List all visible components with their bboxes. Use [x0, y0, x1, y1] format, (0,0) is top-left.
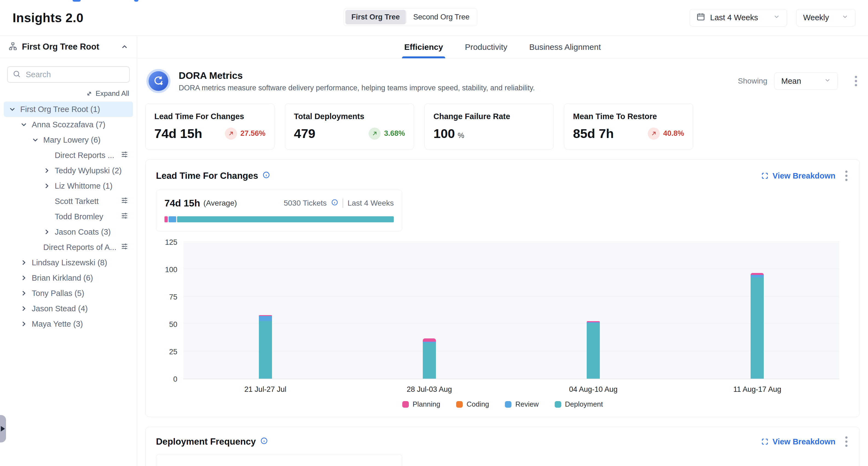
tree-item-label: Brian Kirkland (6) — [32, 273, 93, 283]
tree-item-label: Todd Bromley — [55, 212, 103, 221]
chevron-right-icon[interactable] — [43, 182, 51, 190]
legend-item-deployment[interactable]: Deployment — [555, 400, 603, 408]
chevron-right-icon[interactable] — [20, 320, 28, 328]
lead-time-panel: Lead Time For Changes View Breakdown — [145, 159, 860, 417]
view-breakdown-link[interactable]: View Breakdown — [761, 171, 835, 180]
section-tabs: Efficiency Productivity Business Alignme… — [137, 36, 868, 59]
chevron-right-icon[interactable] — [43, 167, 51, 175]
metric-card-lead-time: Lead Time For Changes 74d 15h 27.56% — [145, 104, 275, 149]
gridline — [183, 324, 839, 324]
stacked-bar[interactable] — [587, 242, 600, 379]
expand-all-button[interactable]: Expand All — [0, 84, 137, 101]
tree-search[interactable] — [7, 66, 130, 83]
metric-delta-value: 40.8% — [663, 129, 684, 138]
tree-item[interactable]: Direct Reports of A... — [4, 239, 133, 255]
filter-settings-icon[interactable] — [120, 196, 129, 206]
filter-settings-icon[interactable] — [120, 150, 129, 161]
tree-item-label: Liz Whittome (1) — [55, 181, 113, 191]
y-tick-label: 0 — [173, 375, 177, 384]
sidebar-collapse-handle[interactable] — [0, 415, 6, 442]
dora-metrics-icon — [146, 69, 170, 93]
tree-item[interactable]: Lindsay Liszewski (8) — [4, 255, 133, 270]
stacked-bar[interactable] — [751, 242, 764, 379]
trend-up-icon — [648, 127, 660, 140]
tab-efficiency[interactable]: Efficiency — [402, 36, 445, 58]
filter-settings-icon[interactable] — [120, 212, 129, 222]
tab-productivity[interactable]: Productivity — [463, 36, 509, 58]
summary-tickets: 5030 Tickets — [284, 199, 327, 207]
view-breakdown-link[interactable]: View Breakdown — [761, 437, 835, 446]
chevron-down-icon — [824, 77, 831, 86]
org-tab-first[interactable]: First Org Tree — [345, 10, 406, 24]
sidebar-header: First Org Tree Root — [0, 36, 137, 58]
x-axis-labels: 21 Jul-27 Jul28 Jul-03 Aug04 Aug-10 Aug1… — [183, 385, 839, 394]
tree-item[interactable]: Maya Yette (3) — [4, 316, 133, 331]
chevron-right-icon[interactable] — [43, 228, 51, 236]
metric-title: Lead Time For Changes — [154, 112, 266, 121]
tree-item-label: Direct Reports ... — [55, 151, 114, 160]
tree-item-label: Anna Scozzafava (7) — [32, 120, 105, 129]
showing-label: Showing — [738, 77, 767, 85]
date-range-select[interactable]: Last 4 Weeks — [690, 9, 787, 27]
tree-item[interactable]: Jason Coats (3) — [4, 224, 133, 239]
search-input[interactable] — [25, 70, 124, 79]
tree-item-label: Jason Stead (4) — [32, 304, 88, 313]
info-icon[interactable] — [331, 199, 338, 208]
tree-item[interactable]: Brian Kirkland (6) — [4, 270, 133, 286]
expand-all-icon — [86, 90, 93, 97]
chevron-right-icon[interactable] — [20, 259, 28, 267]
tree-item-label: Maya Yette (3) — [32, 320, 83, 328]
tree-item[interactable]: Jason Stead (4) — [4, 301, 133, 316]
gridline — [183, 269, 839, 269]
distribution-segment-deployment — [177, 216, 394, 222]
tree-item[interactable]: Liz Whittome (1) — [4, 178, 133, 194]
deployment-kebab-menu[interactable] — [844, 435, 849, 448]
chevron-right-icon[interactable] — [20, 289, 28, 297]
legend-item-coding[interactable]: Coding — [456, 400, 489, 408]
collapse-panel-chevron-icon[interactable] — [120, 43, 129, 51]
chevron-right-icon[interactable] — [20, 304, 28, 313]
trend-up-icon — [225, 127, 237, 140]
expand-all-label: Expand All — [95, 89, 129, 98]
chevron-right-icon[interactable] — [20, 274, 28, 282]
deployment-summary-card — [156, 454, 402, 466]
tree-item[interactable]: Teddy Wylupski (2) — [4, 163, 133, 178]
org-tab-second[interactable]: Second Org Tree — [407, 10, 475, 24]
filter-settings-icon[interactable] — [120, 242, 129, 253]
chevron-down-icon[interactable] — [20, 120, 28, 129]
dora-kebab-menu[interactable] — [853, 74, 859, 88]
tree-item-label: Jason Coats (3) — [55, 228, 111, 237]
info-icon[interactable] — [262, 171, 270, 181]
chevron-down-icon[interactable] — [31, 136, 39, 144]
tree-item-root[interactable]: First Org Tree Root (1) — [4, 101, 133, 117]
tree-item-label: Teddy Wylupski (2) — [55, 166, 122, 175]
granularity-select[interactable]: Weekly — [796, 9, 856, 27]
chevron-down-icon[interactable] — [8, 105, 17, 113]
tree-item[interactable]: Mary Lowery (6) — [4, 132, 133, 148]
chevron-down-icon — [841, 13, 848, 22]
stacked-bar[interactable] — [259, 242, 272, 379]
info-icon[interactable] — [260, 436, 268, 447]
metric-card-mean-time-to-restore: Mean Time To Restore 85d 7h 40.8% — [564, 104, 693, 149]
metric-delta: 27.56% — [225, 127, 266, 140]
lead-time-kebab-menu[interactable] — [844, 169, 849, 183]
metric-value: 74d 15h — [154, 126, 202, 141]
bar-segment-deployment — [259, 321, 272, 379]
bar-segment-planning — [423, 339, 436, 342]
gridline — [183, 241, 839, 242]
legend-item-review[interactable]: Review — [505, 400, 538, 408]
showing-select[interactable]: Mean — [774, 72, 838, 90]
tree-item[interactable]: Tony Pallas (5) — [4, 286, 133, 301]
tab-business-alignment[interactable]: Business Alignment — [527, 36, 603, 58]
calendar-icon — [696, 12, 705, 23]
org-tree-sidebar: First Org Tree Root Expand All First Org — [0, 36, 137, 466]
tree-item[interactable]: Direct Reports ... — [4, 148, 133, 163]
tree-item[interactable]: Scott Tarkett — [4, 194, 133, 209]
tree-item[interactable]: Todd Bromley — [4, 209, 133, 224]
sidebar-title: First Org Tree Root — [22, 42, 116, 52]
metric-card-total-deployments: Total Deployments 479 3.68% — [285, 104, 414, 149]
tree-item[interactable]: Anna Scozzafava (7) — [4, 117, 133, 132]
legend-item-planning[interactable]: Planning — [402, 400, 440, 408]
showing-value: Mean — [781, 77, 824, 86]
stacked-bar[interactable] — [423, 242, 436, 379]
